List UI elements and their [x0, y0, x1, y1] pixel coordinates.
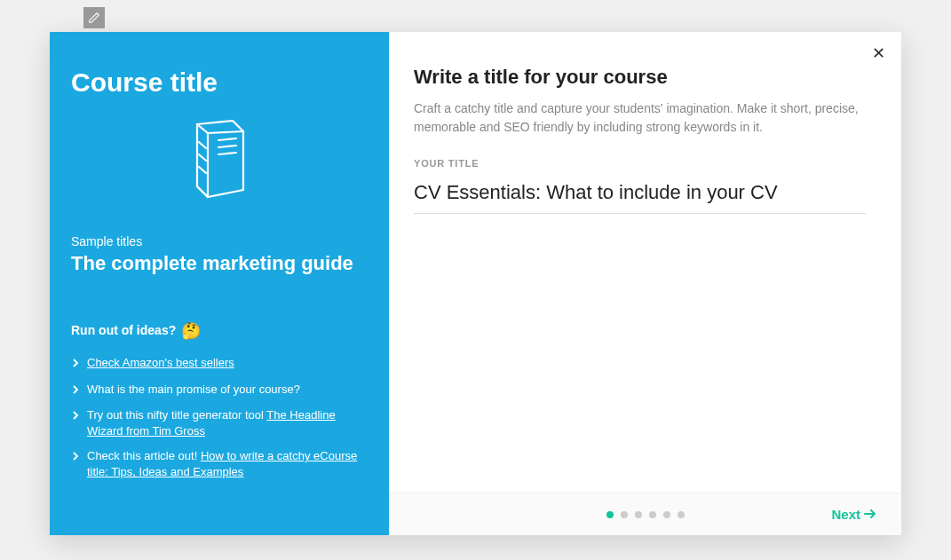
- chevron-right-icon: [71, 408, 83, 424]
- idea-link-amazon[interactable]: Check Amazon's best sellers: [87, 356, 234, 369]
- form-heading: Write a title for your course: [414, 66, 866, 89]
- sample-title: The complete marketing guide: [71, 252, 368, 275]
- ideas-list-item: Try out this nifty title generator tool …: [71, 407, 368, 439]
- wizard-left-panel: Course title Sample titles The complete …: [50, 32, 389, 535]
- svg-line-4: [199, 154, 206, 161]
- svg-line-1: [218, 146, 236, 147]
- close-icon: ✕: [872, 44, 885, 62]
- ideas-list-item: What is the main promise of your course?: [71, 382, 368, 398]
- idea-text-promise: What is the main promise of your course?: [87, 382, 300, 398]
- ideas-list-item: Check Amazon's best sellers: [71, 355, 368, 372]
- course-wizard-modal: Course title Sample titles The complete …: [50, 32, 901, 535]
- next-button-label: Next: [831, 507, 860, 522]
- svg-line-2: [218, 153, 236, 154]
- ideas-heading: Run out of ideas? 🤔: [71, 321, 368, 341]
- step-dot[interactable]: [649, 511, 656, 518]
- step-dot[interactable]: [678, 511, 685, 518]
- svg-line-0: [218, 138, 236, 140]
- svg-line-5: [199, 167, 206, 173]
- thinking-emoji: 🤔: [181, 322, 201, 340]
- wizard-form: Write a title for your course Craft a ca…: [389, 32, 901, 493]
- ideas-list: Check Amazon's best sellers What is the …: [71, 355, 368, 480]
- step-dot[interactable]: [635, 511, 642, 518]
- step-dot[interactable]: [606, 511, 614, 518]
- idea-text-generator-prefix: Try out this nifty title generator tool: [87, 408, 266, 422]
- panel-heading: Course title: [71, 67, 368, 98]
- edit-badge: [83, 7, 105, 28]
- chevron-right-icon: [71, 449, 83, 465]
- wizard-footer: Next: [389, 493, 901, 535]
- course-title-input[interactable]: [414, 177, 866, 214]
- step-dots: [606, 511, 685, 518]
- chevron-right-icon: [71, 383, 83, 398]
- title-field-label: YOUR TITLE: [414, 158, 866, 169]
- book-icon: [71, 119, 368, 206]
- arrow-right-icon: [864, 507, 876, 522]
- ideas-heading-text: Run out of ideas?: [71, 323, 176, 337]
- wizard-right-panel: ✕ Write a title for your course Craft a …: [389, 32, 901, 535]
- step-dot[interactable]: [663, 511, 670, 518]
- chevron-right-icon: [71, 356, 83, 372]
- next-button[interactable]: Next: [831, 507, 876, 522]
- form-description: Craft a catchy title and capture your st…: [414, 99, 866, 137]
- step-dot[interactable]: [621, 511, 628, 518]
- sample-titles-label: Sample titles: [71, 234, 368, 248]
- ideas-list-item: Check this article out! How to write a c…: [71, 448, 368, 480]
- close-button[interactable]: ✕: [869, 44, 887, 62]
- idea-text-article-prefix: Check this article out!: [87, 449, 201, 462]
- svg-line-3: [199, 142, 206, 148]
